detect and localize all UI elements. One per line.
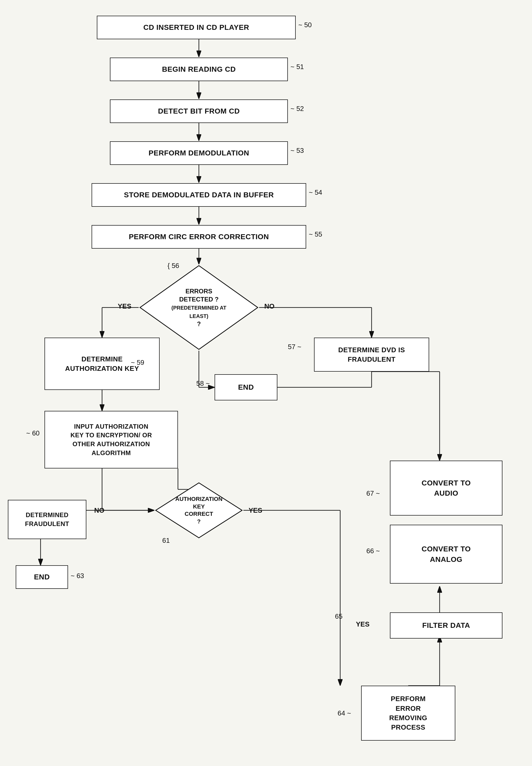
ref-60: ~ 60 (26, 429, 40, 437)
ref-66: 66 ~ (366, 547, 380, 555)
ref-64: 64 ~ (338, 709, 351, 717)
box-67: CONVERT TOAUDIO (390, 461, 502, 516)
box-64: PERFORMERRORREMOVINGPROCESS (361, 686, 455, 741)
ref-51: ~ 51 (290, 63, 304, 71)
box-52: DETECT BIT FROM CD (110, 99, 288, 123)
ref-67: 67 ~ (366, 489, 380, 497)
box-66: CONVERT TOANALOG (390, 525, 502, 584)
ref-65: 65 (335, 612, 343, 620)
box-63-end: END (16, 565, 68, 589)
box-57: DETERMINE DVD ISFRAUDULENT (314, 338, 429, 372)
box-51: BEGIN READING CD (110, 58, 288, 81)
box-53: PERFORM DEMODULATION (110, 141, 288, 165)
ref-53: ~ 53 (290, 147, 304, 155)
ref-56: { 56 (167, 262, 179, 270)
ref-57: 57 ~ (288, 343, 301, 351)
ref-55: ~ 55 (309, 230, 322, 238)
box-62: DETERMINEDFRAUDULENT (8, 500, 86, 539)
label-no-56: NO (264, 302, 275, 310)
ref-50: ~ 50 (298, 21, 312, 29)
ref-52: ~ 52 (290, 105, 304, 113)
label-yes-65: YES (356, 620, 369, 628)
box-50: CD INSERTED IN CD PLAYER (97, 16, 296, 39)
label-no-61: NO (94, 506, 104, 515)
diamond-61: AUTHORIZATION KEYCORRECT? (154, 482, 243, 539)
label-yes-56: YES (118, 302, 131, 310)
box-65: FILTER DATA (390, 612, 502, 639)
label-yes-61: YES (249, 506, 262, 515)
flowchart: CD INSERTED IN CD PLAYER ~ 50 BEGIN READ… (0, 0, 532, 766)
box-58-end: END (215, 374, 277, 400)
ref-58: 58 ~ (196, 379, 210, 388)
ref-61: 61 (162, 536, 170, 545)
box-60: INPUT AUTHORIZATIONKEY TO ENCRYPTION/ OR… (44, 411, 178, 468)
box-55: PERFORM CIRC ERROR CORRECTION (92, 225, 306, 249)
ref-54: ~ 54 (309, 188, 322, 197)
box-54: STORE DEMODULATED DATA IN BUFFER (92, 183, 306, 207)
ref-59: ~ 59 (131, 359, 144, 367)
ref-63: ~ 63 (71, 572, 84, 580)
